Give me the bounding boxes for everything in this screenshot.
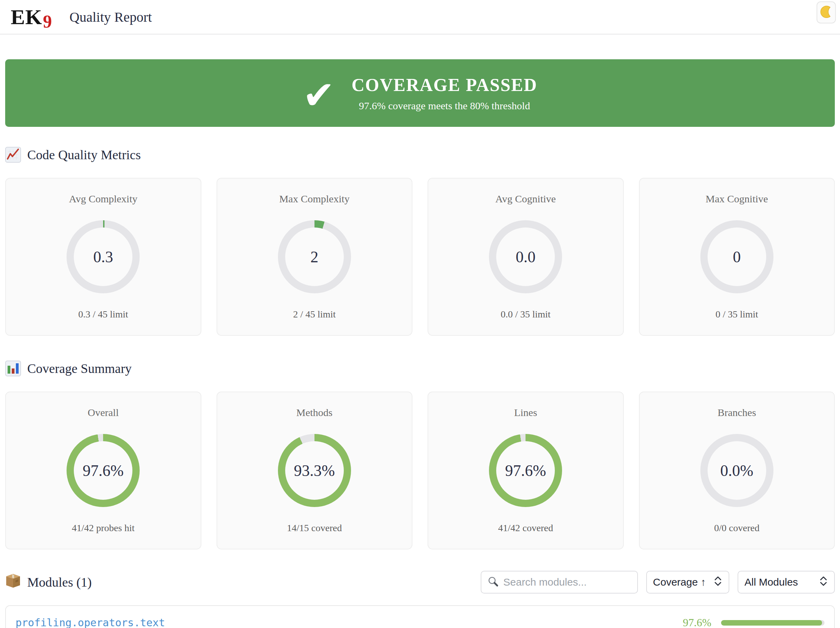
bar-chart-icon bbox=[5, 361, 21, 376]
banner-subtitle: 97.6% coverage meets the 80% threshold bbox=[351, 100, 537, 112]
card-caption: 2 / 45 limit bbox=[293, 309, 336, 320]
metrics-section-heading: Code Quality Metrics bbox=[5, 147, 835, 163]
chevron-up-down-icon bbox=[819, 576, 828, 589]
app-header: EK9 Quality Report bbox=[0, 0, 840, 35]
gauge-ring: 2 bbox=[278, 220, 351, 293]
sort-select[interactable]: Coverage ↑ bbox=[646, 571, 729, 593]
coverage-card-overall: Overall 97.6% 41/42 probes hit bbox=[5, 391, 201, 549]
chevron-up-down-icon bbox=[714, 576, 722, 589]
coverage-card-methods: Methods 93.3% 14/15 covered bbox=[216, 391, 413, 549]
card-title: Avg Complexity bbox=[69, 193, 137, 205]
coverage-card-grid: Overall 97.6% 41/42 probes hit Methods 9… bbox=[5, 391, 835, 549]
gauge-ring: 0.3 bbox=[66, 220, 140, 293]
search-input[interactable] bbox=[504, 576, 636, 588]
card-title: Lines bbox=[514, 407, 537, 418]
card-title: Overall bbox=[88, 407, 118, 418]
coverage-card-lines: Lines 97.6% 41/42 covered bbox=[428, 391, 624, 549]
card-title: Max Complexity bbox=[279, 193, 350, 205]
logo-text: EK bbox=[11, 5, 43, 28]
modules-section-title: Modules (1) bbox=[27, 574, 92, 590]
coverage-card-branches: Branches 0.0% 0/0 covered bbox=[639, 391, 835, 549]
banner-text: COVERAGE PASSED 97.6% coverage meets the… bbox=[351, 75, 537, 112]
card-title: Methods bbox=[296, 407, 332, 418]
coverage-status-banner: ✔ COVERAGE PASSED 97.6% coverage meets t… bbox=[5, 59, 835, 127]
card-caption: 41/42 covered bbox=[498, 522, 553, 533]
package-icon bbox=[5, 573, 21, 592]
gauge-ring: 0.0% bbox=[700, 434, 774, 507]
gauge-ring: 0.0 bbox=[489, 220, 562, 293]
gauge-value: 0.3 bbox=[93, 248, 114, 266]
modules-toolbar: Modules (1) Coverage ↑ bbox=[5, 571, 835, 593]
gauge-value: 0.0 bbox=[516, 248, 536, 266]
card-title: Avg Cognitive bbox=[496, 193, 556, 205]
module-list: profiling.operators.text 97.6% bbox=[5, 605, 835, 628]
card-caption: 14/15 covered bbox=[287, 522, 342, 533]
card-title: Max Cognitive bbox=[706, 193, 768, 205]
card-caption: 41/42 probes hit bbox=[72, 522, 134, 533]
filter-select-label: All Modules bbox=[744, 576, 798, 588]
card-caption: 0/0 covered bbox=[714, 522, 759, 533]
metrics-section-title: Code Quality Metrics bbox=[27, 147, 141, 163]
gauge-value: 97.6% bbox=[505, 462, 546, 480]
module-name-link[interactable]: profiling.operators.text bbox=[16, 617, 165, 628]
metrics-card-grid: Avg Complexity 0.3 0.3 / 45 limit Max Co… bbox=[5, 178, 835, 336]
gauge-ring: 0 bbox=[700, 220, 774, 293]
check-icon: ✔ bbox=[303, 76, 335, 114]
card-caption: 0.3 / 45 limit bbox=[78, 309, 128, 320]
theme-toggle-button[interactable] bbox=[816, 2, 836, 24]
module-search bbox=[481, 571, 638, 593]
card-title: Branches bbox=[718, 407, 756, 418]
gauge-value: 97.6% bbox=[83, 462, 124, 480]
coverage-section-title: Coverage Summary bbox=[27, 361, 132, 376]
gauge-value: 93.3% bbox=[294, 462, 335, 480]
ek9-logo: EK9 bbox=[11, 5, 52, 29]
metric-card-avg-complexity: Avg Complexity 0.3 0.3 / 45 limit bbox=[5, 178, 201, 336]
gauge-ring: 93.3% bbox=[278, 434, 351, 507]
gauge-value: 2 bbox=[310, 248, 318, 266]
module-coverage-bar-fill bbox=[721, 620, 822, 626]
modules-section-heading: Modules (1) bbox=[5, 573, 92, 592]
card-caption: 0 / 35 limit bbox=[715, 309, 758, 320]
coverage-section-heading: Coverage Summary bbox=[5, 361, 835, 376]
module-coverage-bar bbox=[721, 620, 824, 626]
banner-title: COVERAGE PASSED bbox=[351, 75, 537, 95]
chart-increasing-icon bbox=[5, 147, 21, 163]
gauge-ring: 97.6% bbox=[66, 434, 140, 507]
search-icon bbox=[488, 576, 499, 589]
module-row: profiling.operators.text 97.6% bbox=[16, 616, 824, 628]
card-caption: 0.0 / 35 limit bbox=[501, 309, 551, 320]
sort-select-label: Coverage ↑ bbox=[653, 576, 706, 588]
module-coverage-percent: 97.6% bbox=[683, 616, 711, 628]
logo-digit: 9 bbox=[43, 12, 52, 32]
gauge-ring: 97.6% bbox=[489, 434, 562, 507]
metric-card-avg-cognitive: Avg Cognitive 0.0 0.0 / 35 limit bbox=[428, 178, 624, 336]
page-title: Quality Report bbox=[69, 9, 152, 25]
metric-card-max-complexity: Max Complexity 2 2 / 45 limit bbox=[216, 178, 413, 336]
filter-select[interactable]: All Modules bbox=[737, 571, 835, 593]
module-coverage: 97.6% bbox=[683, 616, 824, 628]
metric-card-max-cognitive: Max Cognitive 0 0 / 35 limit bbox=[639, 178, 835, 336]
moon-icon bbox=[819, 5, 834, 21]
gauge-value: 0 bbox=[733, 248, 741, 266]
modules-controls: Coverage ↑ All Modules bbox=[481, 571, 835, 593]
gauge-value: 0.0% bbox=[720, 462, 753, 480]
